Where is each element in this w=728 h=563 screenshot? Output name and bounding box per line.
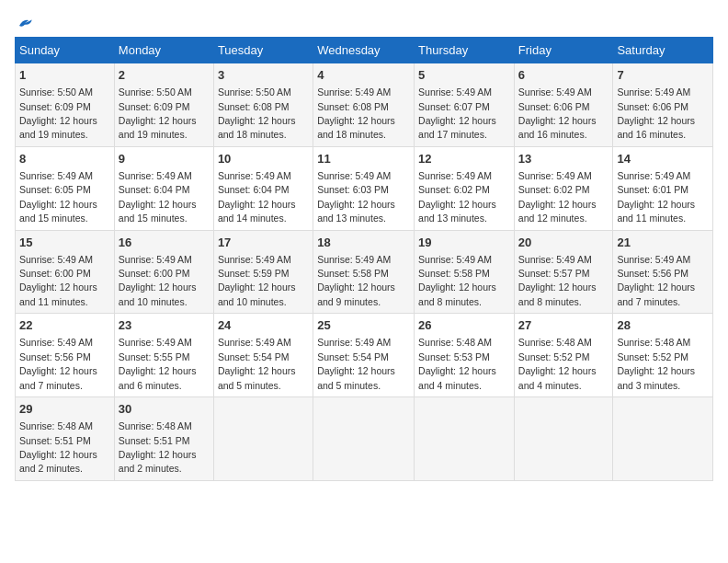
col-header-friday: Friday bbox=[514, 38, 613, 63]
calendar-cell-27: 27Sunrise: 5:48 AMSunset: 5:52 PMDayligh… bbox=[514, 314, 613, 397]
day-info: Sunrise: 5:49 AMSunset: 6:01 PMDaylight:… bbox=[617, 170, 695, 224]
calendar-cell-30: 30Sunrise: 5:48 AMSunset: 5:51 PMDayligh… bbox=[114, 397, 213, 481]
day-number: 20 bbox=[518, 235, 609, 251]
day-number: 1 bbox=[19, 67, 110, 84]
logo-bird-icon bbox=[17, 15, 33, 31]
calendar-week-3: 15Sunrise: 5:49 AMSunset: 6:00 PMDayligh… bbox=[16, 230, 713, 314]
day-number: 3 bbox=[218, 67, 309, 84]
calendar-cell-1: 1Sunrise: 5:50 AMSunset: 6:09 PMDaylight… bbox=[16, 63, 115, 147]
day-info: Sunrise: 5:48 AMSunset: 5:52 PMDaylight:… bbox=[518, 337, 597, 390]
day-number: 12 bbox=[418, 151, 510, 167]
day-number: 21 bbox=[617, 235, 709, 251]
day-info: Sunrise: 5:49 AMSunset: 6:04 PMDaylight:… bbox=[218, 170, 296, 224]
calendar-cell-28: 28Sunrise: 5:48 AMSunset: 5:52 PMDayligh… bbox=[613, 314, 713, 397]
col-header-thursday: Thursday bbox=[415, 38, 515, 63]
calendar-cell-21: 21Sunrise: 5:49 AMSunset: 5:56 PMDayligh… bbox=[613, 230, 713, 314]
day-number: 7 bbox=[617, 67, 709, 84]
calendar-cell-17: 17Sunrise: 5:49 AMSunset: 5:59 PMDayligh… bbox=[213, 230, 313, 314]
day-number: 30 bbox=[119, 401, 210, 418]
calendar-cell-18: 18Sunrise: 5:49 AMSunset: 5:58 PMDayligh… bbox=[313, 230, 415, 314]
day-number: 13 bbox=[518, 151, 609, 167]
calendar-cell-empty bbox=[415, 397, 515, 481]
day-number: 19 bbox=[418, 235, 510, 251]
day-number: 29 bbox=[19, 401, 110, 418]
col-header-sunday: Sunday bbox=[16, 38, 115, 63]
day-info: Sunrise: 5:49 AMSunset: 5:54 PMDaylight:… bbox=[218, 337, 296, 390]
calendar-cell-4: 4Sunrise: 5:49 AMSunset: 6:08 PMDaylight… bbox=[313, 63, 415, 147]
calendar-cell-26: 26Sunrise: 5:48 AMSunset: 5:53 PMDayligh… bbox=[415, 314, 515, 397]
calendar-cell-empty bbox=[514, 397, 613, 481]
calendar-cell-15: 15Sunrise: 5:49 AMSunset: 6:00 PMDayligh… bbox=[16, 230, 115, 314]
day-number: 5 bbox=[418, 67, 510, 84]
calendar-week-4: 22Sunrise: 5:49 AMSunset: 5:56 PMDayligh… bbox=[16, 314, 713, 397]
calendar-cell-empty bbox=[213, 397, 313, 481]
day-info: Sunrise: 5:49 AMSunset: 6:06 PMDaylight:… bbox=[518, 86, 597, 140]
day-number: 17 bbox=[218, 235, 309, 251]
calendar-week-5: 29Sunrise: 5:48 AMSunset: 5:51 PMDayligh… bbox=[16, 397, 713, 481]
day-number: 15 bbox=[19, 235, 110, 251]
calendar-cell-2: 2Sunrise: 5:50 AMSunset: 6:09 PMDaylight… bbox=[114, 63, 213, 147]
day-number: 23 bbox=[119, 317, 210, 334]
calendar-cell-empty bbox=[613, 397, 713, 481]
day-number: 4 bbox=[317, 67, 410, 84]
day-info: Sunrise: 5:49 AMSunset: 6:00 PMDaylight:… bbox=[19, 254, 97, 307]
day-info: Sunrise: 5:49 AMSunset: 5:58 PMDaylight:… bbox=[317, 254, 395, 307]
calendar-cell-13: 13Sunrise: 5:49 AMSunset: 6:02 PMDayligh… bbox=[514, 146, 613, 230]
day-info: Sunrise: 5:49 AMSunset: 5:54 PMDaylight:… bbox=[317, 337, 395, 390]
calendar-cell-3: 3Sunrise: 5:50 AMSunset: 6:08 PMDaylight… bbox=[213, 63, 313, 147]
day-number: 8 bbox=[19, 151, 110, 167]
calendar-week-2: 8Sunrise: 5:49 AMSunset: 6:05 PMDaylight… bbox=[16, 146, 713, 230]
day-number: 24 bbox=[218, 317, 309, 334]
day-number: 18 bbox=[317, 235, 410, 251]
col-header-saturday: Saturday bbox=[613, 38, 713, 63]
day-info: Sunrise: 5:49 AMSunset: 5:56 PMDaylight:… bbox=[19, 337, 97, 390]
calendar-table: SundayMondayTuesdayWednesdayThursdayFrid… bbox=[15, 37, 713, 481]
header-row: SundayMondayTuesdayWednesdayThursdayFrid… bbox=[16, 38, 713, 63]
day-info: Sunrise: 5:50 AMSunset: 6:09 PMDaylight:… bbox=[19, 86, 97, 140]
day-info: Sunrise: 5:49 AMSunset: 6:05 PMDaylight:… bbox=[19, 170, 97, 224]
calendar-cell-5: 5Sunrise: 5:49 AMSunset: 6:07 PMDaylight… bbox=[415, 63, 515, 147]
day-info: Sunrise: 5:49 AMSunset: 5:58 PMDaylight:… bbox=[418, 254, 496, 307]
calendar-cell-14: 14Sunrise: 5:49 AMSunset: 6:01 PMDayligh… bbox=[613, 146, 713, 230]
day-info: Sunrise: 5:49 AMSunset: 5:56 PMDaylight:… bbox=[617, 254, 695, 307]
col-header-wednesday: Wednesday bbox=[313, 38, 415, 63]
day-number: 11 bbox=[317, 151, 410, 167]
calendar-cell-19: 19Sunrise: 5:49 AMSunset: 5:58 PMDayligh… bbox=[415, 230, 515, 314]
calendar-cell-7: 7Sunrise: 5:49 AMSunset: 6:06 PMDaylight… bbox=[613, 63, 713, 147]
day-info: Sunrise: 5:49 AMSunset: 5:59 PMDaylight:… bbox=[218, 254, 296, 307]
day-info: Sunrise: 5:49 AMSunset: 6:06 PMDaylight:… bbox=[617, 86, 695, 140]
col-header-monday: Monday bbox=[114, 38, 213, 63]
calendar-cell-10: 10Sunrise: 5:49 AMSunset: 6:04 PMDayligh… bbox=[213, 146, 313, 230]
calendar-cell-12: 12Sunrise: 5:49 AMSunset: 6:02 PMDayligh… bbox=[415, 146, 515, 230]
day-info: Sunrise: 5:49 AMSunset: 6:07 PMDaylight:… bbox=[418, 86, 496, 140]
day-number: 28 bbox=[617, 317, 709, 334]
calendar-cell-6: 6Sunrise: 5:49 AMSunset: 6:06 PMDaylight… bbox=[514, 63, 613, 147]
day-info: Sunrise: 5:48 AMSunset: 5:51 PMDaylight:… bbox=[119, 420, 197, 474]
day-number: 26 bbox=[418, 317, 510, 334]
day-info: Sunrise: 5:49 AMSunset: 6:08 PMDaylight:… bbox=[317, 86, 395, 140]
day-info: Sunrise: 5:48 AMSunset: 5:53 PMDaylight:… bbox=[418, 337, 496, 390]
day-info: Sunrise: 5:48 AMSunset: 5:52 PMDaylight:… bbox=[617, 337, 695, 390]
header bbox=[15, 15, 713, 28]
calendar-cell-16: 16Sunrise: 5:49 AMSunset: 6:00 PMDayligh… bbox=[114, 230, 213, 314]
day-info: Sunrise: 5:49 AMSunset: 6:04 PMDaylight:… bbox=[119, 170, 197, 224]
day-number: 6 bbox=[518, 67, 609, 84]
calendar-cell-22: 22Sunrise: 5:49 AMSunset: 5:56 PMDayligh… bbox=[16, 314, 115, 397]
day-number: 25 bbox=[317, 317, 410, 334]
day-info: Sunrise: 5:50 AMSunset: 6:08 PMDaylight:… bbox=[218, 86, 296, 140]
logo bbox=[15, 15, 33, 28]
day-info: Sunrise: 5:49 AMSunset: 6:02 PMDaylight:… bbox=[518, 170, 597, 224]
calendar-cell-11: 11Sunrise: 5:49 AMSunset: 6:03 PMDayligh… bbox=[313, 146, 415, 230]
day-info: Sunrise: 5:49 AMSunset: 6:02 PMDaylight:… bbox=[418, 170, 496, 224]
calendar-cell-24: 24Sunrise: 5:49 AMSunset: 5:54 PMDayligh… bbox=[213, 314, 313, 397]
day-number: 14 bbox=[617, 151, 709, 167]
day-number: 10 bbox=[218, 151, 309, 167]
calendar-week-1: 1Sunrise: 5:50 AMSunset: 6:09 PMDaylight… bbox=[16, 63, 713, 147]
day-number: 2 bbox=[119, 67, 210, 84]
day-number: 16 bbox=[119, 235, 210, 251]
calendar-cell-29: 29Sunrise: 5:48 AMSunset: 5:51 PMDayligh… bbox=[16, 397, 115, 481]
calendar-cell-25: 25Sunrise: 5:49 AMSunset: 5:54 PMDayligh… bbox=[313, 314, 415, 397]
day-info: Sunrise: 5:49 AMSunset: 6:00 PMDaylight:… bbox=[119, 254, 197, 307]
calendar-cell-23: 23Sunrise: 5:49 AMSunset: 5:55 PMDayligh… bbox=[114, 314, 213, 397]
calendar-cell-empty bbox=[313, 397, 415, 481]
